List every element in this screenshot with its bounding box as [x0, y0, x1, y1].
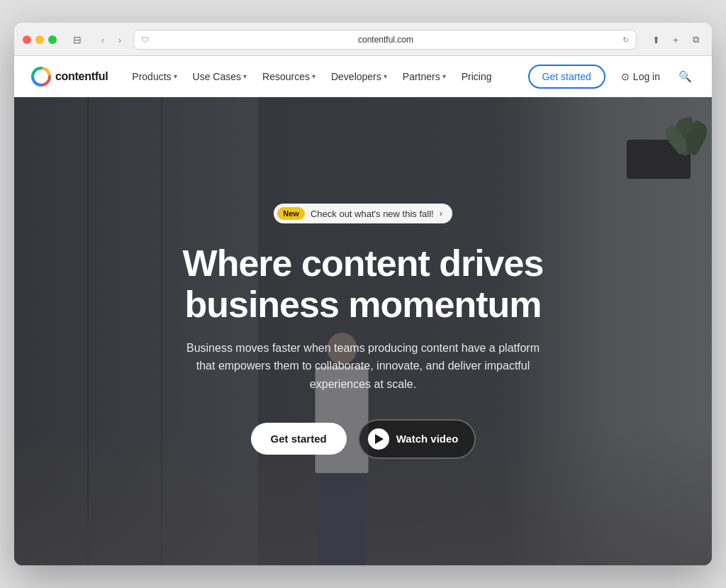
- hero-headline: Where content drives business momentum: [179, 243, 547, 324]
- play-triangle-icon: [375, 434, 384, 444]
- nav-item-partners[interactable]: Partners ▾: [396, 67, 453, 87]
- nav-item-developers[interactable]: Developers ▾: [324, 67, 394, 87]
- hero-section: New Check out what's new this fall! › Wh…: [14, 97, 712, 565]
- tab-overview-button[interactable]: ⧉: [688, 32, 703, 48]
- play-icon: [368, 428, 389, 450]
- watch-video-button[interactable]: Watch video: [358, 419, 476, 459]
- security-icon: 🛡: [141, 35, 149, 44]
- url-text: contentful.com: [153, 35, 618, 45]
- window-actions: ⊟: [68, 33, 86, 47]
- svg-point-1: [38, 73, 45, 80]
- new-announcement-bar[interactable]: New Check out what's new this fall! ›: [274, 204, 452, 223]
- minimize-button[interactable]: [35, 35, 44, 44]
- close-button[interactable]: [23, 35, 31, 44]
- new-tab-button[interactable]: +: [668, 32, 683, 48]
- nav-item-resources[interactable]: Resources ▾: [255, 67, 323, 87]
- chevron-down-icon: ▾: [442, 72, 446, 80]
- chevron-down-icon: ▾: [243, 72, 247, 80]
- nav-item-products[interactable]: Products ▾: [125, 67, 184, 87]
- chevron-right-icon: ›: [440, 209, 442, 218]
- website: contentful Products ▾ Use Cases ▾ Resour…: [14, 56, 712, 565]
- back-button[interactable]: ‹: [95, 32, 111, 48]
- badge-text: Check out what's new this fall!: [311, 209, 434, 219]
- address-bar[interactable]: 🛡 contentful.com ↻: [133, 30, 637, 50]
- share-button[interactable]: ⬆: [648, 32, 664, 48]
- logo-icon: [31, 67, 51, 87]
- login-icon: ⊙: [621, 71, 630, 82]
- browser-window: ⊟ ‹ › 🛡 contentful.com ↻ ⬆ + ⧉: [14, 23, 712, 565]
- get-started-nav-button[interactable]: Get started: [528, 65, 605, 89]
- forward-button[interactable]: ›: [112, 32, 128, 48]
- browser-right-actions: ⬆ + ⧉: [648, 32, 703, 48]
- nav-item-use-cases[interactable]: Use Cases ▾: [186, 67, 254, 87]
- hero-subtext: Business moves faster when teams produci…: [179, 339, 547, 394]
- browser-chrome: ⊟ ‹ › 🛡 contentful.com ↻ ⬆ + ⧉: [14, 23, 712, 56]
- logo[interactable]: contentful: [31, 67, 108, 87]
- chevron-down-icon: ▾: [312, 72, 315, 80]
- new-badge: New: [277, 207, 305, 220]
- get-started-hero-button[interactable]: Get started: [251, 423, 347, 455]
- nav-right: Get started ⊙ Log in 🔍: [528, 65, 695, 89]
- login-button[interactable]: ⊙ Log in: [613, 66, 669, 87]
- nav-links: Products ▾ Use Cases ▾ Resources ▾ Devel…: [125, 67, 527, 87]
- hero-content: New Check out what's new this fall! › Wh…: [162, 204, 564, 458]
- search-icon[interactable]: 🔍: [676, 67, 695, 86]
- chevron-down-icon: ▾: [384, 72, 387, 80]
- logo-text: contentful: [55, 70, 108, 83]
- sidebar-toggle-button[interactable]: ⊟: [68, 33, 86, 47]
- maximize-button[interactable]: [48, 35, 57, 44]
- nav-item-pricing[interactable]: Pricing: [454, 67, 499, 87]
- chevron-down-icon: ▾: [174, 72, 177, 80]
- refresh-button[interactable]: ↻: [622, 35, 629, 45]
- top-nav: contentful Products ▾ Use Cases ▾ Resour…: [14, 56, 712, 97]
- hero-cta-row: Get started Watch video: [179, 419, 547, 459]
- traffic-lights: [23, 35, 57, 44]
- nav-arrows: ‹ ›: [95, 32, 128, 48]
